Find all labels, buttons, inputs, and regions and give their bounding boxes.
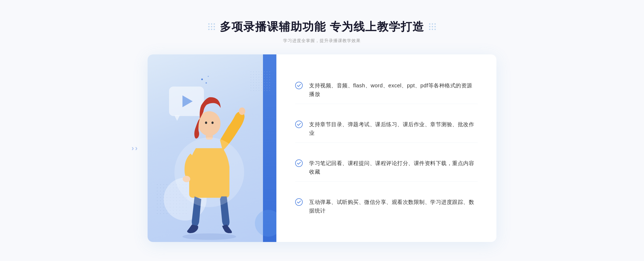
left-chevrons-decoration: › › [131,144,138,152]
svg-point-11 [295,199,302,206]
feature-item-4: 互动弹幕、试听购买、微信分享、观看次数限制、学习进度跟踪、数据统计 [295,192,478,220]
feature-text-2: 支持章节目录、弹题考试、课后练习、课后作业、章节测验、批改作业 [309,120,478,137]
person-illustration [148,54,276,242]
check-icon-1 [295,82,303,89]
page-title: 多项录播课辅助功能 专为线上教学打造 [220,19,424,34]
check-icon-2 [295,121,303,128]
features-panel: 支持视频、音频、flash、word、excel、ppt、pdf等各种格式的资源… [276,54,496,242]
feature-item-2: 支持章节目录、弹题考试、课后练习、课后作业、章节测验、批改作业 [295,115,478,143]
feature-text-4: 互动弹幕、试听购买、微信分享、观看次数限制、学习进度跟踪、数据统计 [309,198,478,215]
illustration-panel [148,54,276,242]
title-row: 多项录播课辅助功能 专为线上教学打造 [208,19,436,34]
page-container: 多项录播课辅助功能 专为线上教学打造 学习进度全掌握，提升录播课教学效果 › › [134,19,510,242]
check-icon-4 [295,198,303,206]
svg-point-2 [239,107,245,115]
page-subtitle: 学习进度全掌握，提升录播课教学效果 [208,38,436,44]
feature-text-3: 学习笔记回看、课程提问、课程评论打分、课件资料下载，重点内容收藏 [309,159,478,176]
svg-point-8 [295,82,302,89]
feature-item-1: 支持视频、音频、flash、word、excel、ppt、pdf等各种格式的资源… [295,76,478,104]
svg-point-5 [205,121,207,124]
svg-point-6 [211,121,214,124]
check-icon-3 [295,159,303,167]
chevron-icon: › [131,144,134,152]
left-dots-decoration [208,23,215,30]
header-section: 多项录播课辅助功能 专为线上教学打造 学习进度全掌握，提升录播课教学效果 [208,19,436,44]
right-dots-decoration [429,23,436,30]
svg-point-0 [182,233,236,240]
svg-point-7 [174,137,244,207]
content-card: › › [148,54,496,242]
feature-item-3: 学习笔记回看、课程提问、课程评论打分、课件资料下载，重点内容收藏 [295,154,478,182]
chevron-icon: › [135,144,137,152]
feature-text-1: 支持视频、音频、flash、word、excel、ppt、pdf等各种格式的资源… [309,81,478,98]
svg-point-9 [295,121,302,128]
svg-point-10 [295,160,302,167]
